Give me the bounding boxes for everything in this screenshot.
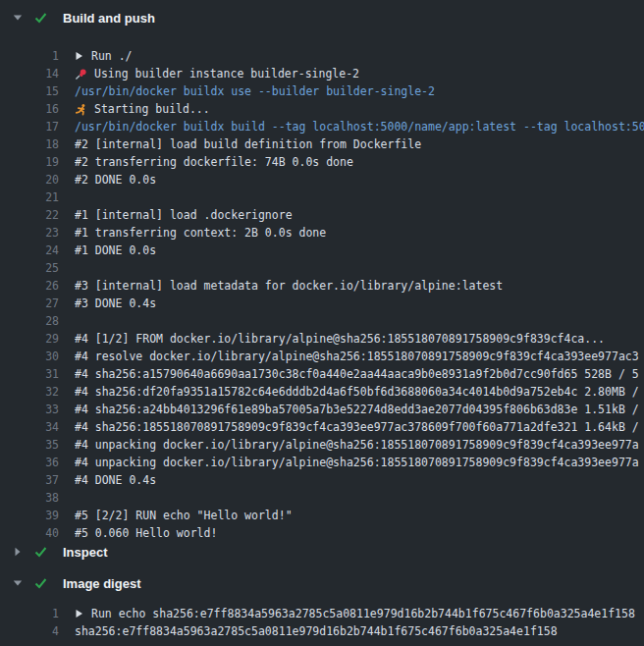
log-text: #5 0.060 Hello world!: [75, 524, 644, 542]
log-text-content: #4 sha256:a15790640a6690aa1730c38cf0a440…: [75, 365, 639, 383]
log-text-content: #4 sha256:185518070891758909c9f839cf4ca3…: [75, 418, 639, 436]
log-text: #1 [internal] load .dockerignore: [75, 206, 644, 224]
line-number[interactable]: 20: [0, 171, 59, 188]
log-text-content: #4 [1/2] FROM docker.io/library/alpine@s…: [75, 330, 605, 348]
log-line: 30 #4 resolve docker.io/library/alpine@s…: [0, 348, 644, 365]
line-number[interactable]: 36: [0, 454, 59, 471]
log-text-content: #5 0.060 Hello world!: [75, 524, 217, 542]
log-text: #1 transferring context: 2B 0.0s done: [75, 224, 644, 242]
log-line: 23 #1 transferring context: 2B 0.0s done: [0, 224, 644, 242]
log-line: 36 #4 unpacking docker.io/library/alpine…: [0, 454, 644, 471]
section-header-image-digest[interactable]: Image digest: [0, 573, 644, 593]
log-line: 27 #3 DONE 0.4s: [0, 295, 644, 312]
line-number[interactable]: 1: [0, 47, 59, 65]
line-number[interactable]: 29: [0, 330, 59, 348]
log-text: #4 DONE 0.4s: [75, 471, 644, 489]
check-icon: [33, 11, 48, 25]
line-number[interactable]: 17: [0, 118, 59, 135]
line-number[interactable]: 38: [0, 489, 59, 507]
log-text-content: #4 sha256:a24bb4013296f61e89ba57005a7b3e…: [75, 401, 639, 418]
log-text: #3 DONE 0.4s: [75, 295, 644, 312]
log-text-content: #3 [internal] load metadata for docker.i…: [75, 277, 503, 295]
log-text: /usr/bin/docker buildx build --tag local…: [75, 118, 644, 135]
log-text-content: #4 unpacking docker.io/library/alpine@sh…: [75, 454, 639, 471]
log-text: [75, 489, 644, 507]
log-line: 29 #4 [1/2] FROM docker.io/library/alpin…: [0, 330, 644, 348]
log-line: 14 Using builder instance builder-single…: [0, 65, 644, 82]
line-number[interactable]: 19: [0, 153, 59, 171]
log-line: 28: [0, 312, 644, 330]
line-number[interactable]: 37: [0, 471, 59, 489]
log-text[interactable]: Run echo sha256:e7ff8834a5963a2785c5a081…: [75, 605, 644, 622]
line-number[interactable]: 23: [0, 224, 59, 242]
log-text-content: #1 [internal] load .dockerignore: [75, 206, 293, 224]
log-text-content: Using builder instance builder-single-2: [94, 65, 359, 82]
log-text: #5 [2/2] RUN echo "Hello world!": [75, 507, 644, 524]
log-text-content: #4 unpacking docker.io/library/alpine@sh…: [75, 436, 639, 454]
line-number[interactable]: 25: [0, 259, 59, 277]
log-line: 17 /usr/bin/docker buildx build --tag lo…: [0, 118, 644, 135]
log-text-content: #1 DONE 0.0s: [75, 242, 156, 259]
log-text: #4 unpacking docker.io/library/alpine@sh…: [75, 454, 644, 471]
line-number[interactable]: 40: [0, 524, 59, 542]
log-line: 25: [0, 259, 644, 277]
line-number[interactable]: 21: [0, 188, 59, 206]
log-line: 37 #4 DONE 0.4s: [0, 471, 644, 489]
log-text: #2 [internal] load build definition from…: [75, 135, 644, 153]
line-number[interactable]: 26: [0, 277, 59, 295]
section-header-build-and-push[interactable]: Build and push: [0, 8, 644, 27]
pushpin-icon: [75, 68, 87, 81]
log-text-content: #4 resolve docker.io/library/alpine@sha2…: [75, 348, 639, 365]
line-number[interactable]: 22: [0, 206, 59, 224]
line-number[interactable]: 27: [0, 295, 59, 312]
log-text-content: #4 DONE 0.4s: [75, 471, 156, 489]
log-line: 38: [0, 489, 644, 507]
log-text[interactable]: Run ./: [75, 47, 644, 65]
log-text: [75, 259, 644, 277]
line-number[interactable]: 39: [0, 507, 59, 524]
section-title: Inspect: [63, 545, 108, 560]
log-text-content: #5 [2/2] RUN echo "Hello world!": [75, 507, 293, 524]
line-number[interactable]: 14: [0, 65, 59, 82]
log-text: #4 sha256:185518070891758909c9f839cf4ca3…: [75, 418, 644, 436]
line-number[interactable]: 34: [0, 418, 59, 436]
log-line: 34 #4 sha256:185518070891758909c9f839cf4…: [0, 418, 644, 436]
log-text: #1 DONE 0.0s: [75, 242, 644, 259]
line-number[interactable]: 31: [0, 365, 59, 383]
triangle-down-icon: [13, 14, 23, 22]
log-text-content: #2 [internal] load build definition from…: [75, 135, 421, 153]
log-text-content: Starting build...: [94, 100, 210, 118]
log-line: 18 #2 [internal] load build definition f…: [0, 135, 644, 153]
log-text: #4 sha256:df20fa9351a15782c64e6dddb2d4a6…: [75, 383, 644, 401]
line-number[interactable]: 4: [0, 622, 59, 640]
section-header-inspect[interactable]: Inspect: [0, 542, 644, 562]
log-line: 16 Starting build...: [0, 100, 644, 118]
check-icon: [33, 576, 48, 590]
log-text-content: #2 DONE 0.0s: [75, 171, 156, 188]
line-number[interactable]: 1: [0, 605, 59, 622]
line-number[interactable]: 33: [0, 401, 59, 418]
log-line: 32 #4 sha256:df20fa9351a15782c64e6dddb2d…: [0, 383, 644, 401]
log-text-content: /usr/bin/docker buildx use --builder bui…: [75, 82, 435, 100]
line-number[interactable]: 18: [0, 135, 59, 153]
check-icon: [33, 545, 48, 559]
log-text: #3 [internal] load metadata for docker.i…: [75, 277, 644, 295]
line-number[interactable]: 24: [0, 242, 59, 259]
log-line: 40 #5 0.060 Hello world!: [0, 524, 644, 542]
log-line: 4 sha256:e7ff8834a5963a2785c5a0811e979d1…: [0, 622, 644, 640]
log-line: 33 #4 sha256:a24bb4013296f61e89ba57005a7…: [0, 401, 644, 418]
line-number[interactable]: 16: [0, 100, 59, 118]
line-number[interactable]: 28: [0, 312, 59, 330]
log-lines: 1 Run ./ 14 Using builder instance build…: [0, 47, 644, 542]
line-number[interactable]: 35: [0, 436, 59, 454]
log-line: 21: [0, 188, 644, 206]
log-text-content: Run echo sha256:e7ff8834a5963a2785c5a081…: [91, 605, 635, 622]
line-number[interactable]: 32: [0, 383, 59, 401]
line-number[interactable]: 30: [0, 348, 59, 365]
log-lines: 1 Run echo sha256:e7ff8834a5963a2785c5a0…: [0, 605, 644, 640]
log-section: Inspect: [0, 542, 644, 562]
log-text: #4 sha256:a24bb4013296f61e89ba57005a7b3e…: [75, 401, 644, 418]
line-number[interactable]: 15: [0, 82, 59, 100]
log-line: 15 /usr/bin/docker buildx use --builder …: [0, 82, 644, 100]
log-text-content: #3 DONE 0.4s: [75, 295, 156, 312]
